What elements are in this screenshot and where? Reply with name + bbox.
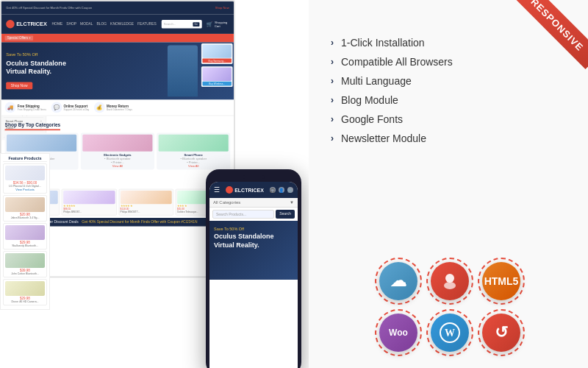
mobile-nav: ☰ ELCTRICEX 🎧 👤 🛒 xyxy=(209,182,298,198)
mobile-screen: ☰ ELCTRICEX 🎧 👤 🛒 All Categories ▼ xyxy=(209,182,298,368)
mobile-category-text: All Categories xyxy=(213,200,240,205)
svg-point-1 xyxy=(444,282,456,289)
feature-label-3: Multi Language xyxy=(341,75,412,87)
shipping-feature: 🚚 Free Shipping Free Shipping On All Ite… xyxy=(5,102,46,113)
nav-knowledge[interactable]: KNOWLEDGE xyxy=(110,22,134,26)
svg-text:W: W xyxy=(445,328,455,339)
fp-item-1[interactable]: $34.56 – $90.00 LG Plasma 51 Inch Digita… xyxy=(3,163,47,194)
mobile-notch xyxy=(243,175,265,179)
feature-label-1: 1-Click Installation xyxy=(341,37,425,49)
mobile-menu-icon[interactable]: ☰ xyxy=(214,186,220,194)
woo-label: Woo xyxy=(389,328,408,338)
cloud-icon: ☁ xyxy=(379,262,417,300)
mobile-nav-icons: 🎧 👤 🛒 xyxy=(270,187,293,193)
mobile-hero: Save To 50% Off Oculus StandaloneVirtual… xyxy=(209,221,298,280)
money-feature: 💰 Money Return Back Guarantee 7 Days xyxy=(94,102,132,113)
refresh-icon: ↺ xyxy=(482,314,520,352)
tech-icons-grid: ☁ HTML5 Woo W xyxy=(331,258,566,353)
side-product-1: Buy Samsung... xyxy=(201,43,233,64)
hero-text: Save To 50% Off Oculus StandaloneVirtual… xyxy=(6,52,66,90)
topbar: Get 40% off Special Discount for Month F… xyxy=(1,1,234,15)
mobile-hero-save: Save To 50% Off xyxy=(214,227,293,231)
logo-text: ELCTRICEX xyxy=(16,21,47,27)
nav-shop[interactable]: SHOP xyxy=(66,22,76,26)
support-icon: 💬 xyxy=(51,102,62,113)
left-panel: Get 40% off Special Discount for Month F… xyxy=(0,0,309,368)
svg-point-0 xyxy=(445,274,454,283)
shipping-icon: 🚚 xyxy=(5,102,16,113)
woo-icon-wrapper: Woo xyxy=(375,309,422,356)
wordpress-icon-wrapper: W xyxy=(426,309,473,356)
nav-home[interactable]: HOME xyxy=(52,22,63,26)
nav-features[interactable]: FEATURES xyxy=(137,22,157,26)
arrow-icon-6: › xyxy=(331,133,334,144)
hero-banner: Save To 50% Off Oculus StandaloneVirtual… xyxy=(1,42,234,99)
prestashop-icon-wrapper xyxy=(426,258,473,305)
cat-card-smartphone[interactable]: Smart Phone • Bluetooth speaker • Printe… xyxy=(157,132,230,169)
mobile-category-dropdown[interactable]: All Categories ▼ xyxy=(209,198,298,208)
bs-item-2[interactable]: ★★★★★ $98.55 Philips BWO67... xyxy=(62,189,117,216)
hero-save: Save To 50% Off xyxy=(6,52,66,57)
nav-links: HOME SHOP MODAL BLOG KNOWLEDGE FEATURES xyxy=(52,22,157,26)
fp-item-5[interactable]: $29.98 Drone 4K HD Camera... xyxy=(3,279,47,305)
fp-item-2[interactable]: $20.98 Jabra Bluetooth 3.4 Ng... xyxy=(3,195,47,222)
mobile-logo-text: ELCTRICEX xyxy=(234,188,264,193)
arrow-icon-3: › xyxy=(331,76,334,86)
arrow-icon-2: › xyxy=(331,57,334,67)
html5-icon-wrapper: HTML5 xyxy=(478,258,525,305)
feature-item-6: › Newsletter Module xyxy=(331,132,566,144)
mobile-search-placeholder: Search Products... xyxy=(216,212,246,216)
feature-item-5: › Google Fonts xyxy=(331,113,566,125)
special-offers-btn[interactable]: Special Offers + xyxy=(5,35,34,40)
feature-section: 🚚 Free Shipping Free Shipping On All Ite… xyxy=(1,99,234,116)
feature-label-4: Blog Module xyxy=(341,94,398,106)
money-label: Money Return xyxy=(107,104,132,107)
mobile-cart-icon[interactable]: 🛒 xyxy=(287,187,293,193)
topbar-text: Get 40% off Special Discount for Month F… xyxy=(6,6,212,10)
cat-card-electronic[interactable]: Electronic Gadgets • Bluetooth speaker •… xyxy=(81,132,154,169)
mobile-search-bar: Search Products... Search xyxy=(212,210,295,219)
nav-search-box[interactable]: Search... Go xyxy=(161,20,201,28)
feature-label-2: Compatible All Browsers xyxy=(341,56,453,68)
mobile-user-icon[interactable]: 👤 xyxy=(279,187,284,193)
nav-modal[interactable]: MODAL xyxy=(80,22,93,26)
mobile-headphone-icon[interactable]: 🎧 xyxy=(270,187,276,193)
feature-products-title: Feature Products xyxy=(3,156,47,162)
fp-item-4[interactable]: $39.98 John Cotton Bluetooth... xyxy=(3,251,47,277)
nav-logo[interactable]: ELCTRICEX xyxy=(6,20,47,28)
top-categories-title: Shop By Top Categories xyxy=(5,122,61,130)
nav-blog[interactable]: BLOG xyxy=(97,22,107,26)
main-nav: ELCTRICEX HOME SHOP MODAL BLOG KNOWLEDGE… xyxy=(1,15,234,34)
feature-item-4: › Blog Module xyxy=(331,94,566,106)
logo-icon xyxy=(6,20,14,28)
html5-icon: HTML5 xyxy=(482,262,520,300)
mobile-search-button[interactable]: Search xyxy=(276,210,295,219)
cloud-icon-wrapper: ☁ xyxy=(375,258,422,305)
prestashop-icon xyxy=(431,262,469,300)
right-panel: RESPONSIVE › 1-Click Installation › Comp… xyxy=(309,0,588,368)
shop-now-link[interactable]: Shop Now xyxy=(215,6,229,10)
fp-item-3[interactable]: $29.98 Skullcandy Bluetooth... xyxy=(3,223,47,250)
refresh-icon-wrapper: ↺ xyxy=(478,309,525,356)
money-icon: 💰 xyxy=(94,102,105,113)
mobile-preview: ☰ ELCTRICEX 🎧 👤 🛒 All Categories ▼ xyxy=(206,169,301,368)
hero-title: Oculus StandaloneVirtual Reality. xyxy=(6,58,66,75)
chevron-down-icon: ▼ xyxy=(290,200,294,205)
side-product-2: Buy Wireless... xyxy=(201,66,233,87)
support-feature: 💬 Online Support Support 24 hours a Day xyxy=(51,102,89,113)
arrow-icon-5: › xyxy=(331,114,334,124)
feature-products-panel: Feature Products $34.56 – $90.00 LG Plas… xyxy=(0,153,50,310)
feature-label-6: Newsletter Module xyxy=(341,132,426,144)
responsive-badge-container: RESPONSIVE xyxy=(507,0,588,81)
mobile-search-input[interactable]: Search Products... xyxy=(212,210,274,219)
hero-person-image xyxy=(168,46,198,97)
feature-label-5: Google Fonts xyxy=(341,113,403,125)
responsive-badge: RESPONSIVE xyxy=(513,0,588,69)
bs-item-3[interactable]: ★★★★★ $110.00 Philips BWO6T7... xyxy=(118,189,173,216)
arrow-icon-1: › xyxy=(331,38,334,48)
nav-cart[interactable]: 🛒 Shopping Cart xyxy=(207,21,229,28)
wordpress-icon: W xyxy=(431,314,469,352)
mobile-hero-title: Oculus StandaloneVirtual Reality. xyxy=(214,233,293,250)
woocommerce-icon: Woo xyxy=(379,314,417,352)
hero-shop-now-btn[interactable]: Shop Now xyxy=(6,82,32,90)
